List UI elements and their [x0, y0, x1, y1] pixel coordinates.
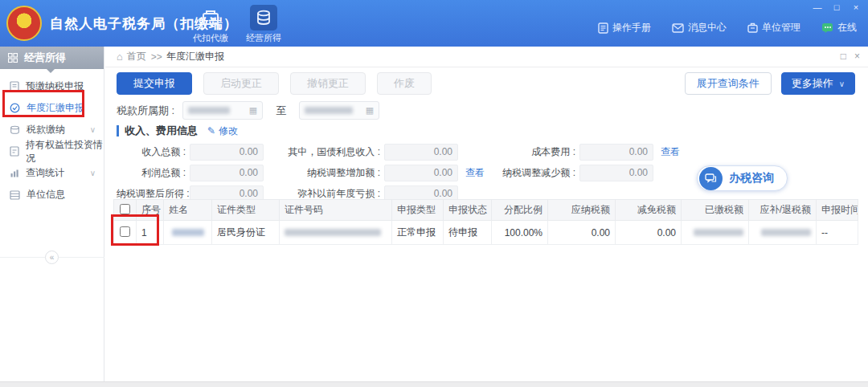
- col-seq: 序号: [137, 200, 164, 221]
- row-checkbox[interactable]: [120, 226, 130, 237]
- tax-consult-label: 办税咨询: [729, 171, 774, 185]
- tax-consult-button[interactable]: 办税咨询: [697, 165, 788, 191]
- col-declare-time: 申报时间: [817, 200, 858, 221]
- sidebar-item-label: 查询统计: [26, 166, 64, 180]
- action-toolbar: 提交申报 启动更正 撤销更正 作废: [117, 72, 432, 95]
- tab-business-income[interactable]: 经营所得: [241, 5, 286, 44]
- online-icon: [821, 22, 833, 34]
- message-center-label: 消息中心: [688, 21, 727, 35]
- field-label-adjust-decrease: 纳税调整减少额 :: [490, 166, 575, 180]
- sidebar-item-unit-info[interactable]: 单位信息: [0, 184, 104, 206]
- field-label-adjusted-income: 纳税调整后所得 :: [117, 187, 186, 201]
- field-value-treasury-interest: 0.00: [384, 144, 458, 161]
- minimize-icon[interactable]: —: [812, 2, 823, 12]
- calendar-icon[interactable]: ▦: [366, 105, 374, 116]
- period-end-input[interactable]: ▦: [299, 101, 379, 120]
- close-icon[interactable]: ×: [850, 2, 862, 12]
- more-actions-button[interactable]: 更多操作 ∨: [781, 72, 855, 95]
- panel-maximize-icon[interactable]: □: [841, 51, 846, 62]
- period-start-input[interactable]: ▦: [182, 101, 263, 120]
- sidebar-item-label: 单位信息: [27, 188, 65, 202]
- sidebar-title-label: 经营所得: [24, 51, 66, 65]
- cell-declare-status: 待申报: [444, 221, 492, 245]
- sidebar-item-label: 税款缴纳: [27, 123, 65, 136]
- chevron-down-icon: ∨: [839, 79, 845, 88]
- coin-stack-icon: [10, 125, 20, 135]
- manual-label: 操作手册: [612, 21, 651, 35]
- home-icon[interactable]: ⌂: [117, 51, 123, 63]
- revoke-correction-button[interactable]: 撤销更正: [290, 72, 366, 95]
- breadcrumb-home[interactable]: 首页: [127, 50, 146, 63]
- sidebar-item-label: 预缴纳税申报: [26, 79, 84, 93]
- field-label-cost-expense: 成本费用 :: [490, 145, 575, 159]
- sidebar-item-label: 持有权益性投资情况: [26, 138, 104, 165]
- income-section-title: 收入、费用信息: [125, 124, 198, 138]
- unit-management-link[interactable]: 单位管理: [747, 21, 800, 35]
- tab-withholding[interactable]: 代扣代缴: [188, 5, 233, 44]
- statistics-icon: [10, 169, 19, 178]
- row-select-cell: [114, 221, 137, 245]
- briefcase-icon: [747, 22, 758, 33]
- cell-tax-refund: [749, 221, 817, 245]
- cell-cert-no: [280, 221, 392, 245]
- col-tax-reduction: 减免税额: [616, 200, 682, 221]
- online-status[interactable]: 在线: [821, 21, 857, 35]
- table-header-row: 序号 姓名 证件类型 证件号码 申报类型 申报状态 分配比例 应纳税额 减免税额…: [114, 200, 858, 221]
- redacted-paid: [694, 229, 743, 236]
- window-bottom-edge: [0, 381, 868, 387]
- field-label-treasury-interest: 其中，国债利息收入 :: [268, 145, 380, 159]
- manual-icon: [598, 22, 608, 34]
- tab-label: 经营所得: [246, 32, 281, 44]
- window-controls: — □ ×: [812, 2, 862, 12]
- field-value-cost-expense: 0.00: [579, 144, 653, 161]
- sidebar-divider: «: [0, 257, 104, 258]
- message-center-link[interactable]: 消息中心: [672, 21, 727, 35]
- sidebar-item-annual-declaration[interactable]: 年度汇缴申报: [0, 97, 104, 119]
- top-header-bar: — □ × 自然人电子税务局（扣缴端） 代扣代缴 经营所得: [0, 0, 868, 47]
- calendar-icon[interactable]: ▦: [249, 105, 257, 116]
- cell-declare-type: 正常申报: [392, 221, 444, 245]
- more-actions-label: 更多操作: [792, 76, 833, 91]
- cell-declare-time: --: [817, 221, 858, 245]
- sidebar: 经营所得 预缴纳税申报 年度汇缴申报 税款缴纳 ∨ 持有权益性投资情况: [0, 47, 104, 387]
- tax-period-label: 税款所属期 :: [117, 104, 174, 118]
- cell-tax-payable: 0.00: [548, 221, 616, 245]
- sidebar-item-prepay-declaration[interactable]: 预缴纳税申报: [0, 75, 104, 97]
- submit-declaration-button[interactable]: 提交申报: [117, 72, 192, 95]
- edit-link[interactable]: ✎ 修改: [207, 124, 238, 138]
- col-cert-no: 证件号码: [280, 200, 392, 221]
- panel-close-icon[interactable]: ×: [854, 51, 860, 62]
- grid-menu-icon: [8, 53, 18, 63]
- breadcrumb: ⌂ 首页 >> 年度汇缴申报 □ ×: [105, 47, 868, 67]
- redacted-cert-no: [285, 229, 381, 236]
- sidebar-item-label: 年度汇缴申报: [27, 101, 84, 115]
- view-cost-link[interactable]: 查看: [657, 145, 682, 159]
- start-correction-button[interactable]: 启动更正: [203, 72, 279, 95]
- void-button[interactable]: 作废: [377, 72, 432, 95]
- field-value-total-profit: 0.00: [190, 165, 264, 181]
- unit-management-label: 单位管理: [762, 21, 800, 35]
- collapse-sidebar-icon[interactable]: «: [45, 251, 59, 264]
- edit-label: 修改: [219, 124, 238, 138]
- table-row[interactable]: 1 居民身份证 正常申报 待申报 100.00% 0.00 0.00 --: [114, 221, 858, 245]
- expand-query-button[interactable]: 展开查询条件: [685, 72, 772, 95]
- view-increase-link[interactable]: 查看: [462, 166, 486, 180]
- col-ratio: 分配比例: [492, 200, 548, 221]
- header-links: 操作手册 消息中心 单位管理 在线: [598, 21, 857, 35]
- sidebar-menu: 预缴纳税申报 年度汇缴申报 税款缴纳 ∨ 持有权益性投资情况 查询统计 ∨: [0, 69, 104, 206]
- coins-icon: [250, 5, 277, 31]
- field-value-total-income: 0.00: [190, 144, 264, 161]
- section-accent-bar: [117, 125, 119, 136]
- select-all-checkbox[interactable]: [120, 204, 130, 214]
- field-label-total-income: 收入总额 :: [117, 145, 186, 159]
- annual-check-icon: [10, 103, 20, 113]
- module-tabs: 代扣代缴 经营所得: [188, 5, 286, 44]
- field-label-adjust-increase: 纳税调整增加额 :: [268, 166, 380, 180]
- sidebar-item-equity-investment[interactable]: 持有权益性投资情况: [0, 141, 104, 162]
- cell-cert-type: 居民身份证: [212, 221, 280, 245]
- manual-link[interactable]: 操作手册: [598, 21, 651, 35]
- maximize-icon[interactable]: □: [831, 2, 842, 12]
- col-cert-type: 证件类型: [212, 200, 280, 221]
- panel-controls: □ ×: [841, 51, 860, 62]
- sidebar-item-query-statistics[interactable]: 查询统计 ∨: [0, 162, 104, 184]
